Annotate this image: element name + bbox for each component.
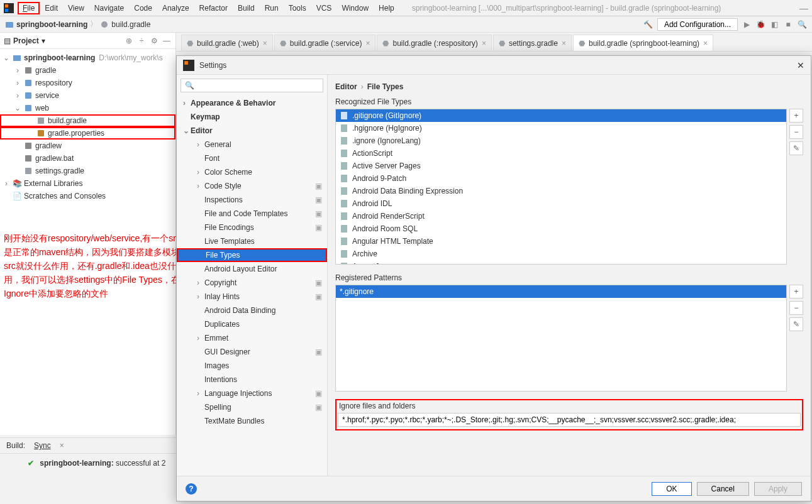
gear-icon[interactable]: ⚙ xyxy=(149,36,159,46)
menu-analyze[interactable]: Analyze xyxy=(157,2,194,14)
apply-button[interactable]: Apply xyxy=(754,482,802,496)
settings-tree-item[interactable]: Intentions xyxy=(177,373,327,386)
editor-tab[interactable]: ⬣settings.gradle× xyxy=(493,35,572,51)
add-configuration-button[interactable]: Add Configuration... xyxy=(657,18,738,31)
ignore-files-input[interactable] xyxy=(338,413,801,427)
settings-tree-item[interactable]: Duplicates xyxy=(177,317,327,331)
settings-tree-item[interactable]: File and Code Templates▣ xyxy=(177,207,327,221)
tree-item[interactable]: ⌄web xyxy=(0,102,175,114)
menu-file[interactable]: File xyxy=(18,2,40,14)
patterns-list[interactable]: *.gitignore xyxy=(335,285,787,392)
file-type-row[interactable]: Android IDL xyxy=(336,197,786,210)
select-opened-file-icon[interactable]: ⊕ xyxy=(124,36,134,46)
collapse-all-icon[interactable]: ÷ xyxy=(136,36,147,46)
settings-tree-item[interactable]: GUI Designer▣ xyxy=(177,345,327,359)
settings-search[interactable]: 🔍 xyxy=(181,79,323,92)
settings-tree-item[interactable]: ›Emmet xyxy=(177,331,327,345)
settings-tree-item[interactable]: File Types xyxy=(177,248,327,262)
remove-pattern-button[interactable]: − xyxy=(789,301,803,315)
settings-tree-item[interactable]: ›Appearance & Behavior xyxy=(177,96,327,110)
close-icon[interactable]: ✕ xyxy=(797,60,804,70)
file-type-row[interactable]: Android RenderScript xyxy=(336,210,786,222)
file-type-row[interactable]: AspectJ xyxy=(336,260,786,265)
file-type-row[interactable]: Android Data Binding Expression xyxy=(336,185,786,197)
chevron-down-icon[interactable]: ▾ xyxy=(42,36,45,45)
tree-item[interactable]: build.gradle xyxy=(0,114,175,127)
tree-scratches[interactable]: 📄Scratches and Consoles xyxy=(0,190,175,202)
run-icon[interactable]: ▶ xyxy=(742,19,752,30)
build-sync-tab[interactable]: Sync xyxy=(34,441,51,450)
file-type-row[interactable]: .hgignore (HgIgnore) xyxy=(336,122,786,134)
tree-item[interactable]: gradlew.bat xyxy=(0,152,175,165)
menu-help[interactable]: Help xyxy=(374,2,399,14)
project-tree[interactable]: ⌄ springboot-learningD:\work\my_work\s ›… xyxy=(0,49,175,205)
settings-tree-item[interactable]: Font xyxy=(177,151,327,165)
tree-item[interactable]: gradle.properties xyxy=(0,127,175,140)
settings-search-input[interactable] xyxy=(197,81,319,90)
close-tab-icon[interactable]: × xyxy=(482,39,486,48)
settings-tree[interactable]: ›Appearance & BehaviorKeymap⌄Editor›Gene… xyxy=(177,96,327,476)
add-pattern-button[interactable]: + xyxy=(789,285,803,299)
build-hammer-icon[interactable]: 🔨 xyxy=(643,19,653,30)
settings-tree-item[interactable]: ›Color Scheme xyxy=(177,165,327,179)
minimize-icon[interactable]: — xyxy=(799,3,808,13)
edit-pattern-button[interactable]: ✎ xyxy=(789,317,803,331)
file-type-row[interactable]: .ignore (IgnoreLang) xyxy=(336,134,786,147)
settings-tree-item[interactable]: ⌄Editor xyxy=(177,124,327,138)
file-type-row[interactable]: Android Room SQL xyxy=(336,222,786,235)
settings-tree-item[interactable]: Spelling▣ xyxy=(177,400,327,414)
settings-tree-item[interactable]: Android Layout Editor xyxy=(177,262,327,276)
menu-navigate[interactable]: Navigate xyxy=(89,2,129,14)
close-tab-icon[interactable]: × xyxy=(562,39,566,48)
file-type-row[interactable]: .gitignore (GitIgnore) xyxy=(336,109,786,122)
editor-tab[interactable]: ⬣build.gradle (:service)× xyxy=(274,35,376,51)
settings-tree-item[interactable]: File Encodings▣ xyxy=(177,221,327,234)
settings-tree-item[interactable]: ›Inlay Hints▣ xyxy=(177,290,327,304)
close-tab-icon[interactable]: × xyxy=(365,39,370,48)
close-tab-icon[interactable]: × xyxy=(703,39,708,48)
file-type-row[interactable]: Active Server Pages xyxy=(336,160,786,172)
settings-tree-item[interactable]: ›Language Injections▣ xyxy=(177,386,327,400)
hide-icon[interactable]: — xyxy=(162,36,172,46)
settings-tree-item[interactable]: Keymap xyxy=(177,110,327,124)
tree-external-libs[interactable]: ›📚External Libraries xyxy=(0,177,175,190)
tree-item[interactable]: ›gradle xyxy=(0,64,175,77)
help-icon[interactable]: ? xyxy=(186,483,197,495)
breadcrumb-project[interactable]: springboot-learning xyxy=(16,20,87,29)
menu-tools[interactable]: Tools xyxy=(284,2,311,14)
debug-icon[interactable]: 🐞 xyxy=(755,19,765,30)
project-panel-title[interactable]: Project xyxy=(13,36,39,45)
menu-window[interactable]: Window xyxy=(336,2,374,14)
tree-item[interactable]: ›respository xyxy=(0,77,175,89)
breadcrumb-file[interactable]: build.gradle xyxy=(111,20,150,29)
editor-tab[interactable]: ⬣build.gradle (:respository)× xyxy=(377,35,491,51)
tree-item[interactable]: gradlew xyxy=(0,140,175,152)
tree-item[interactable]: settings.gradle xyxy=(0,165,175,177)
settings-tree-item[interactable]: Live Templates xyxy=(177,234,327,248)
settings-tree-item[interactable]: Images xyxy=(177,359,327,373)
add-file-type-button[interactable]: + xyxy=(789,109,803,123)
settings-tree-item[interactable]: ›General xyxy=(177,138,327,151)
menu-run[interactable]: Run xyxy=(260,2,284,14)
file-types-list[interactable]: .gitignore (GitIgnore).hgignore (HgIgnor… xyxy=(335,109,787,265)
remove-file-type-button[interactable]: − xyxy=(789,125,803,139)
settings-tree-item[interactable]: TextMate Bundles xyxy=(177,414,327,428)
stop-icon[interactable]: ■ xyxy=(783,19,793,30)
coverage-icon[interactable]: ◧ xyxy=(769,19,779,30)
file-type-row[interactable]: ActionScript xyxy=(336,147,786,160)
settings-tree-item[interactable]: Inspections▣ xyxy=(177,193,327,207)
tree-item[interactable]: ›service xyxy=(0,89,175,102)
close-icon[interactable]: × xyxy=(60,441,64,450)
cancel-button[interactable]: Cancel xyxy=(697,482,749,496)
file-type-row[interactable]: Angular HTML Template xyxy=(336,235,786,248)
close-tab-icon[interactable]: × xyxy=(263,39,267,48)
tree-root[interactable]: ⌄ springboot-learningD:\work\my_work\s xyxy=(0,52,175,64)
settings-tree-item[interactable]: Android Data Binding xyxy=(177,304,327,317)
edit-file-type-button[interactable]: ✎ xyxy=(789,141,803,155)
pattern-row[interactable]: *.gitignore xyxy=(336,285,786,298)
settings-tree-item[interactable]: ›Code Style▣ xyxy=(177,179,327,193)
file-type-row[interactable]: Android 9-Patch xyxy=(336,172,786,185)
menu-build[interactable]: Build xyxy=(233,2,260,14)
menu-edit[interactable]: Edit xyxy=(40,2,63,14)
menu-code[interactable]: Code xyxy=(129,2,157,14)
